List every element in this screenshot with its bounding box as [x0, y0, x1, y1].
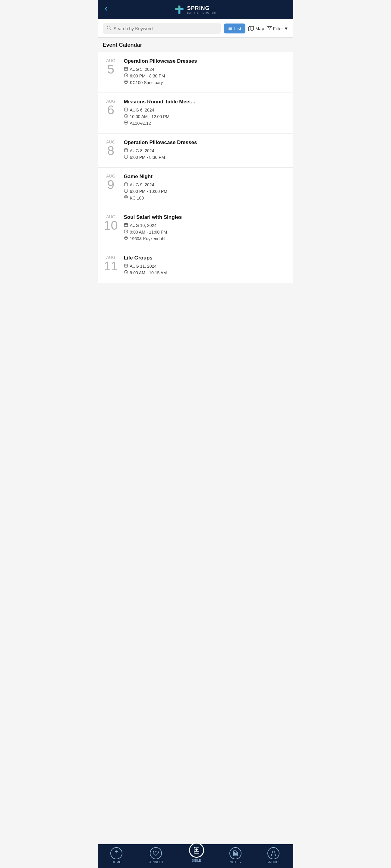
event-location: KC 100	[124, 195, 289, 200]
event-title: Missions Round Table Meet...	[124, 99, 289, 105]
event-item[interactable]: Aug 5 Operation Pillowcase Dresses AUG 5…	[98, 52, 293, 93]
event-item[interactable]: Aug 9 Game Night AUG 9, 2024	[98, 167, 293, 208]
svg-point-19	[125, 81, 127, 82]
svg-rect-31	[124, 183, 127, 186]
search-input-wrapper[interactable]	[103, 23, 221, 34]
map-view-button[interactable]: Map	[248, 26, 264, 31]
event-item[interactable]: Aug 6 Missions Round Table Meet... AUG 6…	[98, 93, 293, 133]
calendar-icon	[124, 148, 128, 153]
clock-icon	[124, 189, 128, 194]
logo-cross-icon	[174, 4, 184, 15]
calendar-icon	[124, 67, 128, 72]
svg-rect-4	[176, 8, 178, 9]
search-input[interactable]	[114, 26, 217, 31]
event-details: Game Night AUG 9, 2024	[124, 174, 289, 202]
event-time: 6:00 PM - 8:30 PM	[124, 73, 289, 79]
calendar-icon	[124, 182, 128, 187]
clock-icon	[124, 229, 128, 235]
event-location: A110-A112	[124, 121, 289, 126]
event-details: Soul Safari with Singles AUG 10, 2024	[124, 214, 289, 243]
event-date-text: AUG 8, 2024	[124, 148, 289, 153]
event-item[interactable]: Aug 10 Soul Safari with Singles AUG 10, …	[98, 208, 293, 249]
svg-marker-13	[268, 27, 272, 30]
svg-rect-37	[124, 223, 127, 227]
event-date: Aug 5	[103, 58, 124, 76]
location-icon	[124, 236, 128, 241]
section-title: Event Calendar	[98, 38, 293, 52]
event-date: Aug 8	[103, 140, 124, 157]
svg-line-6	[110, 29, 111, 30]
svg-rect-20	[124, 108, 127, 111]
event-title: Game Night	[124, 174, 289, 180]
svg-rect-43	[124, 264, 127, 267]
search-icon	[107, 25, 111, 31]
event-date: Aug 6	[103, 99, 124, 116]
event-details: Life Groups AUG 11, 2024	[124, 255, 289, 277]
event-time: 10:00 AM - 12:00 PM	[124, 114, 289, 119]
back-button[interactable]	[103, 5, 110, 14]
svg-rect-26	[124, 149, 127, 152]
event-time: 9:00 AM - 11:00 PM	[124, 229, 289, 235]
calendar-icon	[124, 264, 128, 269]
event-details: Operation Pillowcase Dresses AUG 5, 2024	[124, 58, 289, 87]
search-toolbar: List Map Filter ▼	[98, 19, 293, 38]
logo: SPRING BAPTIST CHURCH	[174, 4, 216, 15]
event-item[interactable]: Aug 11 Life Groups AUG 11, 2024	[98, 249, 293, 283]
svg-rect-14	[124, 67, 127, 70]
event-details: Operation Pillowcase Dresses AUG 8, 2024	[124, 140, 289, 161]
event-date-text: AUG 11, 2024	[124, 264, 289, 269]
event-time: 9:00 AM - 10:15 AM	[124, 270, 289, 275]
calendar-icon	[124, 223, 128, 228]
calendar-icon	[124, 107, 128, 113]
svg-rect-3	[178, 5, 179, 8]
app-header: SPRING BAPTIST CHURCH	[98, 0, 293, 19]
svg-point-25	[125, 122, 127, 123]
event-location: 1960& Kuykendahl	[124, 236, 289, 241]
logo-name: SPRING	[187, 5, 216, 11]
event-date: Aug 10	[103, 214, 124, 232]
event-title: Operation Pillowcase Dresses	[124, 140, 289, 146]
svg-point-42	[125, 237, 127, 239]
event-time: 6:00 PM - 8:30 PM	[124, 155, 289, 160]
filter-button[interactable]: Filter ▼	[267, 26, 288, 31]
event-title: Operation Pillowcase Dresses	[124, 58, 289, 64]
event-date-text: AUG 6, 2024	[124, 107, 289, 113]
event-item[interactable]: Aug 8 Operation Pillowcase Dresses AUG 8…	[98, 133, 293, 167]
logo-subtitle: BAPTIST CHURCH	[187, 11, 216, 14]
event-list: Aug 5 Operation Pillowcase Dresses AUG 5…	[98, 52, 293, 283]
event-location: KC100 Sanctuary	[124, 80, 289, 85]
clock-icon	[124, 155, 128, 160]
clock-icon	[124, 73, 128, 79]
location-icon	[124, 195, 128, 200]
event-date-text: AUG 9, 2024	[124, 182, 289, 187]
event-date: Aug 9	[103, 174, 124, 191]
event-date-text: AUG 10, 2024	[124, 223, 289, 228]
svg-point-36	[125, 196, 127, 198]
list-view-button[interactable]: List	[224, 24, 245, 33]
event-title: Life Groups	[124, 255, 289, 261]
svg-marker-10	[249, 26, 254, 31]
event-time: 6:00 PM - 10:00 PM	[124, 189, 289, 194]
event-date: Aug 11	[103, 255, 124, 273]
clock-icon	[124, 114, 128, 119]
clock-icon	[124, 270, 128, 275]
location-icon	[124, 80, 128, 85]
event-title: Soul Safari with Singles	[124, 214, 289, 220]
location-icon	[124, 121, 128, 126]
event-date-text: AUG 5, 2024	[124, 67, 289, 72]
event-details: Missions Round Table Meet... AUG 6, 2024	[124, 99, 289, 127]
